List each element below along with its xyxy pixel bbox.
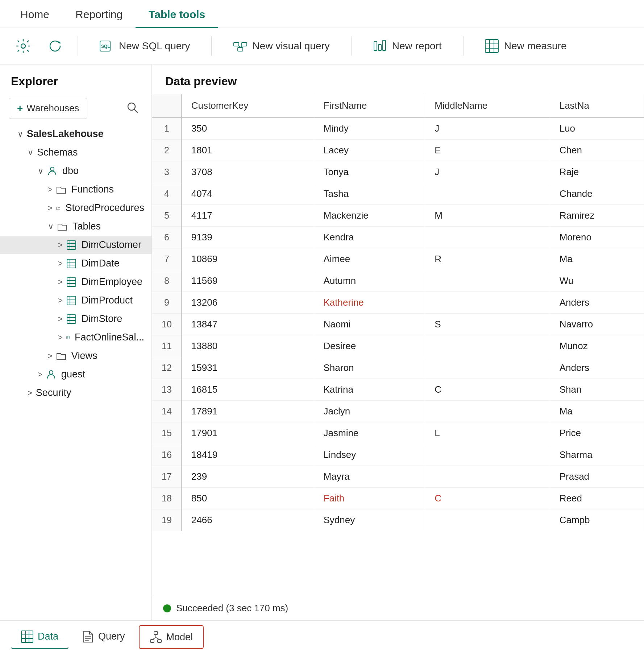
cell-middlename [425, 292, 550, 314]
cell-lastname: Reed [550, 488, 644, 509]
tree-label: dbo [62, 165, 79, 177]
new-report-button[interactable]: New report [362, 34, 453, 58]
tree-item-views[interactable]: > Views [0, 347, 151, 365]
chevron-icon: ∨ [48, 222, 54, 231]
svg-rect-44 [21, 631, 33, 642]
table-icon [66, 295, 76, 306]
row-number: 1 [152, 117, 182, 140]
data-table: CustomerKey FirstName MiddleName LastNa … [152, 94, 644, 531]
explorer-title: Explorer [0, 65, 151, 94]
cell-middlename [425, 227, 550, 248]
chevron-icon: > [58, 240, 63, 250]
explorer-toolbar: + Warehouses [0, 94, 151, 125]
data-table-wrapper[interactable]: CustomerKey FirstName MiddleName LastNa … [152, 94, 644, 596]
col-row-num [152, 94, 182, 117]
cell-middlename: J [425, 117, 550, 140]
bottom-tab-model[interactable]: Model [139, 625, 204, 649]
row-number: 18 [152, 488, 182, 509]
svg-rect-10 [383, 40, 386, 50]
explorer-search-button[interactable] [122, 98, 143, 119]
bottom-tabs: Data Query Model [0, 620, 644, 653]
tree-item-dbo[interactable]: ∨ dbo [0, 162, 151, 180]
tree-item-guest[interactable]: > guest [0, 365, 151, 384]
table-row: 1417891JaclynMa [152, 401, 644, 422]
table-row: 44074TashaChande [152, 183, 644, 205]
table-icon [66, 332, 70, 343]
tree-item-dimdate[interactable]: > DimDate [0, 254, 151, 273]
new-visual-query-label: New visual query [253, 40, 330, 52]
table-row: 54117MackenzieMRamirez [152, 205, 644, 227]
cell-middlename [425, 444, 550, 466]
cell-middlename [425, 509, 550, 531]
cell-lastname: Chande [550, 183, 644, 205]
cell-firstname: Lacey [314, 140, 425, 161]
new-sql-query-button[interactable]: SQL New SQL query [88, 34, 201, 58]
new-measure-button[interactable]: New measure [474, 34, 578, 58]
cell-customerkey: 850 [182, 488, 314, 509]
cell-customerkey: 10869 [182, 248, 314, 270]
add-warehouses-button[interactable]: + Warehouses [9, 98, 87, 119]
tree-item-dimcustomer[interactable]: > DimCustomer [0, 236, 151, 254]
tree-item-factonlinesal[interactable]: > FactOnlineSal... [0, 328, 151, 347]
cell-middlename: L [425, 422, 550, 444]
cell-middlename: S [425, 314, 550, 335]
svg-rect-52 [154, 632, 158, 635]
bottom-tab-data[interactable]: Data [11, 625, 68, 649]
row-number: 14 [152, 401, 182, 422]
bottom-tab-query[interactable]: Query [72, 625, 135, 649]
tree-item-dimproduct[interactable]: > DimProduct [0, 291, 151, 310]
table-row: 710869AimeeRMa [152, 248, 644, 270]
cell-lastname: Ma [550, 248, 644, 270]
svg-rect-53 [150, 640, 154, 642]
cell-lastname: Anders [550, 292, 644, 314]
tree-item-storedprocedures[interactable]: > StoredProcedures [0, 199, 151, 217]
tab-home[interactable]: Home [7, 2, 62, 28]
folder-icon [56, 185, 66, 194]
col-lastname: LastNa [550, 94, 644, 117]
tree-label: DimCustomer [82, 239, 141, 251]
chevron-icon: > [58, 296, 63, 305]
col-customerkey: CustomerKey [182, 94, 314, 117]
bottom-tab-data-label: Data [38, 631, 58, 642]
new-visual-query-button[interactable]: New visual query [222, 34, 341, 58]
row-number: 19 [152, 509, 182, 531]
cell-firstname: Mackenzie [314, 205, 425, 227]
tree-item-tables[interactable]: ∨ Tables [0, 217, 151, 236]
tree-item-saleslakehouse[interactable]: ∨ SalesLakehouse [0, 125, 151, 143]
model-icon [150, 631, 162, 643]
row-number: 17 [152, 466, 182, 488]
svg-point-18 [50, 167, 54, 171]
cell-customerkey: 350 [182, 117, 314, 140]
data-preview-title: Data preview [152, 65, 644, 94]
cell-middlename: C [425, 379, 550, 401]
cell-customerkey: 13880 [182, 335, 314, 357]
chevron-icon: > [58, 333, 63, 342]
folder-icon [56, 203, 61, 213]
cell-firstname: Autumn [314, 270, 425, 292]
cell-middlename [425, 183, 550, 205]
tree-item-schemas[interactable]: ∨ Schemas [0, 143, 151, 162]
table-row: 17239MayraPrasad [152, 466, 644, 488]
cell-customerkey: 15931 [182, 357, 314, 379]
tree-item-functions[interactable]: > Functions [0, 180, 151, 199]
row-number: 11 [152, 335, 182, 357]
tree-item-security[interactable]: > Security [0, 384, 151, 402]
tab-table-tools[interactable]: Table tools [136, 2, 218, 28]
tab-reporting[interactable]: Reporting [62, 2, 136, 28]
refresh-button[interactable] [43, 34, 67, 58]
settings-button[interactable] [11, 34, 36, 58]
cell-middlename [425, 270, 550, 292]
tab-bar: Home Reporting Table tools [0, 0, 644, 28]
tree-item-dimstore[interactable]: > DimStore [0, 310, 151, 328]
tree-label: FactOnlineSal... [75, 332, 144, 343]
svg-rect-4 [242, 42, 247, 46]
table-icon [66, 277, 76, 287]
table-row: 913206KatherineAnders [152, 292, 644, 314]
cell-customerkey: 17891 [182, 401, 314, 422]
table-row: 21801LaceyEChen [152, 140, 644, 161]
cell-firstname: Mayra [314, 466, 425, 488]
measure-icon [485, 39, 499, 53]
tree-item-dimemployee[interactable]: > DimEmployee [0, 273, 151, 291]
cell-customerkey: 13206 [182, 292, 314, 314]
search-icon [126, 101, 139, 114]
